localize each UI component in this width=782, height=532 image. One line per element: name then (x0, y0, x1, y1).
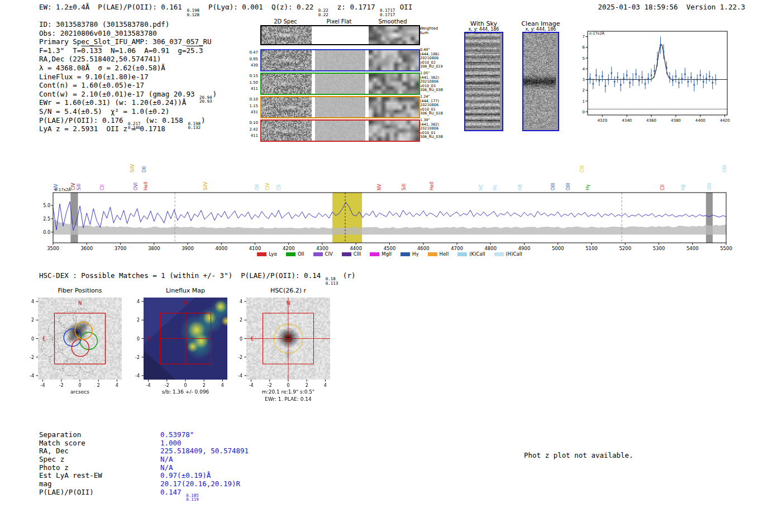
fiber-pixelflat-image (315, 121, 365, 141)
legend-swatch (428, 252, 437, 256)
svg-text:5300: 5300 (653, 246, 665, 251)
info-line: RA,Dec (225.518402,50.574741) (39, 55, 217, 64)
svg-text:4360: 4360 (646, 118, 656, 123)
svg-text:4900: 4900 (518, 246, 531, 251)
svg-text:4320: 4320 (597, 118, 607, 123)
svg-text:3600: 3600 (80, 246, 93, 251)
legend-swatch (457, 252, 467, 256)
cutout-footer-lineflux: s/b: 1.36 +/- 0.096 (138, 389, 233, 395)
svg-text:4420: 4420 (720, 118, 730, 123)
match-row: RA, Dec225.518409, 50.574891 (39, 447, 249, 456)
fiber-smoothed-image (369, 50, 419, 70)
match-row: P(LAE)/P(OII)0.147 0.1850.119 (39, 488, 249, 497)
timestamp-version: 2025-01-03 18:59:56 Version 1.22.3 (598, 3, 745, 11)
fiber-smoothed-image (369, 97, 419, 117)
info-line: Cont(n) = 1.60(±0.05)e-17 (39, 81, 217, 90)
fiber-row-weights: 0.101.15431 (245, 97, 258, 116)
svg-text:-4: -4 (249, 383, 254, 388)
svg-text:2: 2 (240, 318, 242, 323)
svg-text:OIII: OIII (722, 165, 727, 172)
cutout-axes-hsc: -4-4-2-2002244NE (231, 288, 337, 400)
svg-text:4: 4 (240, 299, 242, 304)
svg-text:2: 2 (203, 383, 206, 388)
svg-text:2: 2 (583, 88, 585, 93)
legend-item: CIII (342, 251, 361, 257)
match-row: Est LyA rest-EW0.97(±0.19)Å (39, 472, 249, 480)
svg-text:4400: 4400 (350, 246, 362, 251)
svg-text:4500: 4500 (384, 246, 396, 251)
east-label: E (148, 336, 151, 342)
match-row-value: N/A (160, 463, 173, 472)
svg-text:-2: -2 (135, 355, 140, 360)
svg-text:OIII: OIII (566, 183, 571, 190)
match-row-value: 0.97(±0.19)Å (160, 471, 211, 480)
svg-text:0: 0 (240, 337, 242, 342)
weighted-sum-label: Weighted Sum (419, 26, 438, 35)
legend-swatch (342, 252, 351, 256)
with-sky-coords: x, y: 444, 186 (456, 27, 512, 32)
svg-text:Hζ: Hζ (479, 185, 484, 190)
svg-text:4: 4 (221, 383, 224, 388)
legend-swatch (257, 252, 266, 256)
info-line: Primary Spec_Slot_IFU_AMP: 306_037_057_R… (39, 37, 217, 46)
match-row-value: 225.518409, 50.574891 (160, 447, 249, 455)
svg-text:OII: OII (255, 184, 260, 190)
line-fit-chart: 01234567432043404360438044004420e-17x2Å (580, 28, 731, 126)
svg-text:Hε: Hε (493, 185, 498, 190)
svg-text:3700: 3700 (115, 246, 127, 251)
fiber-smoothed-image (369, 74, 419, 94)
fiber-row-meta: 0.49"(444, 186)20210806v010_02306_RU_019 (420, 48, 450, 69)
fiber-pixelflat-image (315, 50, 365, 70)
svg-text:CIV: CIV (71, 183, 76, 190)
match-row-value: 20.17(20.16,20.19)R (160, 480, 240, 488)
svg-text:3500: 3500 (47, 246, 59, 251)
svg-text:CIII: CIII (580, 165, 585, 172)
svg-text:OII: OII (142, 166, 147, 172)
cutout-footer-hsc: m:20.1 re:1.9" s:0.5" (241, 389, 336, 395)
svg-text:0: 0 (184, 383, 187, 388)
fiber-row-weights: 0.470.95430 (245, 50, 258, 69)
svg-text:4800: 4800 (484, 246, 497, 251)
legend-item: (H)CaII (494, 251, 522, 257)
fiber-2dspec-image (261, 121, 312, 141)
info-line: EWr = 1.60(±0.31) (w: 1.20(±0.24))Å (39, 98, 217, 107)
sup-sub-value: 20.9420.93 (199, 95, 212, 104)
svg-text:-4: -4 (238, 373, 242, 378)
legend-swatch (400, 252, 410, 256)
match-row: mag20.17(20.16,20.19)R (39, 480, 249, 488)
match-row-value: N/A (160, 455, 173, 463)
match-row-label: RA, Dec (39, 447, 160, 456)
svg-text:4600: 4600 (417, 246, 430, 251)
info-line: P(LAE)/P(OII): 0.176 0.2170.146 (w: 0.15… (39, 116, 217, 125)
summary-header: EW: 1.2±0.4Å P(LAE)/P(OII): 0.161 0.1980… (39, 3, 412, 17)
svg-text:4300: 4300 (316, 246, 328, 251)
match-row-label: Separation (39, 431, 160, 439)
legend-swatch (313, 252, 323, 256)
info-line: λ = 4368.08Å σ = 2.62(±0.58)Å (39, 64, 217, 73)
weighted-2dspec-image (261, 26, 312, 44)
svg-text:-4: -4 (30, 373, 34, 378)
hsc-match-line: HSC-DEX : Possible Matches = 1 (within +… (39, 271, 355, 285)
fiber-2dspec-image (261, 50, 312, 70)
spec2d-fiber-row (260, 73, 420, 95)
legend-swatch (286, 252, 295, 256)
svg-text:-2: -2 (30, 355, 34, 360)
east-label: E (251, 336, 254, 342)
svg-text:0: 0 (287, 383, 289, 388)
svg-text:SiII: SiII (402, 184, 407, 190)
svg-text:2: 2 (97, 383, 100, 388)
weighted-smoothed-image (369, 26, 419, 44)
clean-image-canvas (523, 33, 556, 128)
svg-text:OVI: OVI (133, 183, 139, 190)
legend-item: Lyα (257, 251, 277, 257)
svg-text:5200: 5200 (619, 246, 631, 251)
sup-sub-value: 0.1850.119 (186, 493, 199, 502)
clean-image-coords: x, y: 444, 186 (513, 27, 569, 32)
svg-text:4700: 4700 (451, 246, 463, 251)
info-line: F=1.3" T=0.133 N=1.06 A=0.91 g=25.3 (39, 46, 217, 55)
sup-sub-value: 0.17170.1717 (380, 8, 395, 17)
legend-item: (K)CaII (457, 251, 485, 257)
fiber-2dspec-image (261, 74, 312, 94)
svg-text:4: 4 (31, 299, 34, 304)
svg-text:0: 0 (78, 383, 81, 388)
